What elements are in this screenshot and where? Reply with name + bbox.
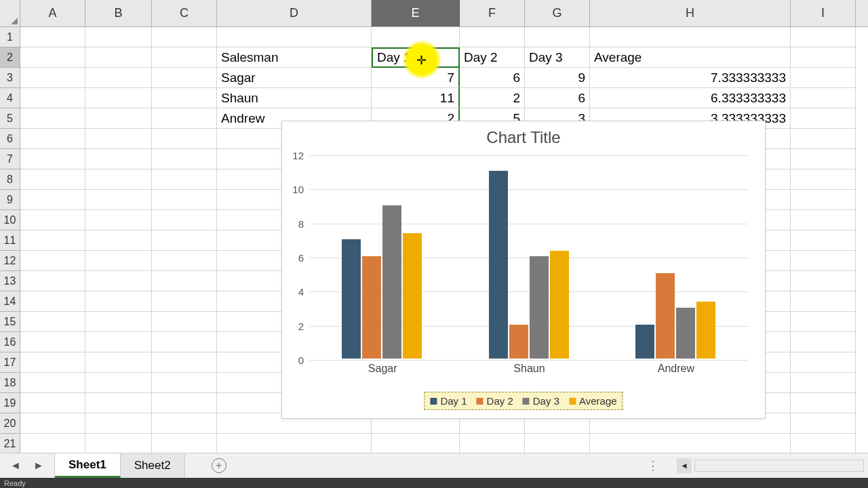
cell[interactable] [791, 373, 856, 393]
row-header-12[interactable]: 12 [0, 251, 20, 271]
cell[interactable]: 2 [460, 88, 525, 108]
cell[interactable] [791, 332, 856, 352]
cell[interactable] [791, 129, 856, 149]
cell[interactable] [791, 413, 856, 434]
cell[interactable] [20, 434, 85, 454]
row-header-14[interactable]: 14 [0, 291, 20, 312]
cell[interactable] [20, 108, 85, 129]
cell[interactable] [85, 47, 152, 68]
cell[interactable] [85, 251, 152, 271]
cell[interactable] [20, 27, 85, 47]
cell[interactable] [85, 312, 152, 332]
col-header-I[interactable]: I [791, 0, 856, 26]
cell[interactable]: 7 [372, 68, 460, 88]
chart-bar[interactable] [530, 256, 549, 359]
row-header-20[interactable]: 20 [0, 413, 20, 434]
cell[interactable] [525, 27, 590, 47]
chart-bar[interactable] [362, 256, 381, 359]
legend-item[interactable]: Day 1 [430, 395, 467, 407]
cell[interactable] [372, 434, 460, 454]
row-header-18[interactable]: 18 [0, 373, 20, 393]
row-header-5[interactable]: 5 [0, 108, 20, 129]
cell[interactable] [152, 434, 217, 454]
row-header-7[interactable]: 7 [0, 149, 20, 169]
cell[interactable] [152, 373, 217, 393]
chart-bar[interactable] [403, 233, 422, 359]
cell[interactable]: Sagar [217, 68, 372, 88]
cell[interactable]: 6.333333333 [590, 88, 791, 108]
chart-bar[interactable] [509, 325, 528, 359]
select-all-corner[interactable] [0, 0, 20, 27]
row-header-10[interactable]: 10 [0, 210, 20, 230]
cell[interactable] [590, 434, 791, 454]
cell[interactable] [85, 271, 152, 291]
add-sheet-button[interactable]: + [205, 458, 233, 473]
cell[interactable] [791, 271, 856, 291]
cell[interactable] [791, 149, 856, 169]
cell[interactable] [152, 88, 217, 108]
cell[interactable]: Average [590, 47, 791, 68]
cell[interactable] [152, 210, 217, 230]
cell[interactable] [85, 291, 152, 312]
cell[interactable] [372, 27, 460, 47]
col-header-B[interactable]: B [85, 0, 152, 26]
cell[interactable] [791, 27, 856, 47]
cell[interactable] [791, 434, 856, 454]
col-header-D[interactable]: D [217, 0, 372, 26]
row-header-2[interactable]: 2 [0, 47, 20, 68]
embedded-chart[interactable]: Chart Title 024681012SagarShaunAndrew Da… [281, 121, 766, 419]
chart-bar[interactable] [656, 273, 675, 359]
row-header-9[interactable]: 9 [0, 190, 20, 210]
cell[interactable] [152, 312, 217, 332]
legend-item[interactable]: Day 2 [477, 395, 513, 407]
hscroll-left-button[interactable]: ◄ [677, 458, 692, 473]
cell[interactable]: Shaun [217, 88, 372, 108]
cell[interactable] [85, 373, 152, 393]
cell[interactable] [20, 149, 85, 169]
row-header-19[interactable]: 19 [0, 393, 20, 413]
cell[interactable] [152, 68, 217, 88]
cell[interactable] [85, 413, 152, 434]
cell[interactable] [152, 27, 217, 47]
cell[interactable] [460, 27, 525, 47]
tab-split-handle[interactable]: ⋮ [647, 458, 660, 473]
horizontal-scroll[interactable]: ⋮ ◄ [647, 458, 864, 473]
tab-next-button[interactable]: ► [27, 455, 50, 476]
cell[interactable] [85, 108, 152, 129]
cell[interactable] [152, 393, 217, 413]
cell[interactable] [152, 251, 217, 271]
row-header-8[interactable]: 8 [0, 169, 20, 190]
cell[interactable] [85, 27, 152, 47]
chart-title[interactable]: Chart Title [282, 121, 765, 150]
cell[interactable] [152, 169, 217, 190]
chart-bar[interactable] [550, 251, 569, 359]
cell[interactable] [85, 169, 152, 190]
col-header-A[interactable]: A [20, 0, 85, 26]
cell[interactable] [85, 332, 152, 352]
col-header-G[interactable]: G [525, 0, 590, 26]
cell[interactable] [20, 373, 85, 393]
cell[interactable] [20, 332, 85, 352]
cell[interactable] [791, 230, 856, 251]
cell[interactable] [85, 434, 152, 454]
row-header-3[interactable]: 3 [0, 68, 20, 88]
cell[interactable]: 11 [372, 88, 460, 108]
cell[interactable] [20, 210, 85, 230]
row-header-16[interactable]: 16 [0, 332, 20, 352]
cell[interactable]: 6 [460, 68, 525, 88]
cell[interactable] [791, 68, 856, 88]
cell[interactable] [791, 88, 856, 108]
chart-bar[interactable] [696, 302, 715, 359]
cell[interactable] [20, 88, 85, 108]
cell[interactable] [217, 27, 372, 47]
row-header-21[interactable]: 21 [0, 434, 20, 454]
cell[interactable] [152, 332, 217, 352]
cell[interactable] [217, 434, 372, 454]
cell[interactable]: 7.333333333 [590, 68, 791, 88]
chart-bar[interactable] [342, 239, 361, 359]
cell[interactable] [20, 190, 85, 210]
cell[interactable] [85, 88, 152, 108]
cell[interactable] [791, 393, 856, 413]
cell[interactable] [20, 68, 85, 88]
cell[interactable]: 6 [525, 88, 590, 108]
